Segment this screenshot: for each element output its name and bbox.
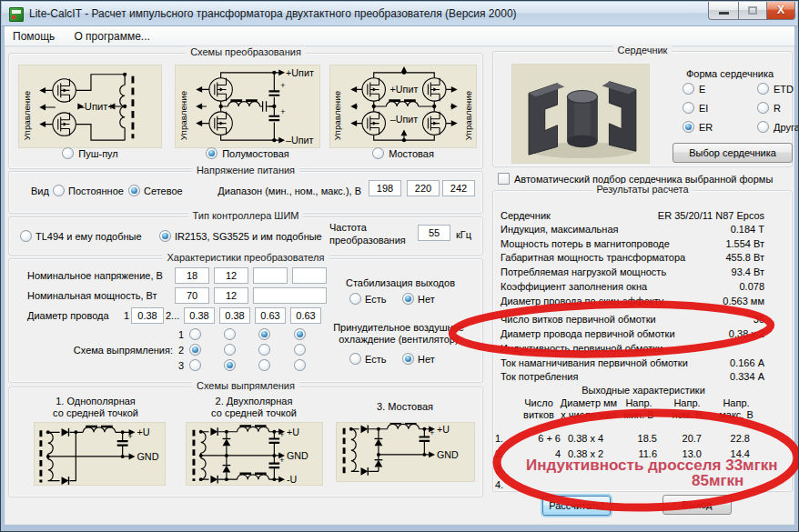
wire-input-2[interactable] (219, 307, 250, 324)
core-shape-etd-label[interactable]: ETD (774, 84, 794, 95)
pwm-tl494-radio[interactable] (20, 230, 32, 242)
cooling-no-label[interactable]: Нет (418, 354, 435, 365)
rect-r1c4-radio[interactable] (294, 328, 306, 340)
supply-nom-input[interactable] (407, 180, 440, 196)
calculate-button[interactable]: Рассчитать! (542, 496, 611, 516)
menu-about[interactable]: О программе... (66, 26, 157, 46)
output-row-index: 1. (495, 433, 503, 444)
pwm-ir2153-label[interactable]: IR2153, SG3525 и им подобные (175, 231, 322, 242)
wire-input-4[interactable] (290, 307, 321, 324)
fullbridge-control-label-right: Управление (463, 91, 473, 140)
close-button[interactable]: X (767, 2, 795, 20)
pwm-ir2153-radio[interactable] (159, 230, 171, 242)
exit-button[interactable]: Выход (662, 495, 732, 515)
voltage-input-3[interactable] (253, 267, 288, 284)
supply-range-label: Диапазон (мин., ном., макс.), В (209, 186, 361, 196)
core-shape-ei-label[interactable]: EI (699, 103, 708, 114)
stabilization-no-radio[interactable] (402, 293, 414, 305)
rect-r2c1-radio[interactable] (189, 344, 201, 356)
rect-row3-num: 3 (164, 360, 184, 371)
wire-input-3[interactable] (255, 307, 286, 324)
menu-help[interactable]: Помощь (5, 26, 63, 46)
halfbridge-radio[interactable] (206, 147, 217, 159)
core-shape-other-radio[interactable] (757, 121, 769, 133)
core-shape-e-label[interactable]: E (699, 84, 705, 95)
output-header: макс. В (718, 409, 754, 420)
core-shape-r-radio[interactable] (757, 102, 769, 114)
power-input-1[interactable] (175, 287, 209, 304)
rect-r1c2-radio[interactable] (224, 328, 236, 340)
pushpull-radio[interactable] (62, 147, 74, 159)
rect-r2c3-radio[interactable] (258, 344, 270, 356)
wire-index-2: 2... (166, 310, 179, 321)
cooling-yes-label[interactable]: Есть (365, 354, 386, 365)
supply-ac-radio[interactable] (128, 185, 140, 196)
core-shape-e-radio[interactable] (683, 83, 694, 95)
maximize-icon (748, 6, 757, 15)
core-shape-etd-radio[interactable] (757, 83, 769, 95)
rect-r2c2-radio[interactable] (224, 344, 236, 356)
power-input-2[interactable] (214, 287, 248, 304)
core-image (511, 64, 650, 164)
cooling-no-radio[interactable] (402, 353, 414, 365)
halfbridge-control-label: Управление (178, 91, 188, 140)
stabilization-yes-label[interactable]: Есть (365, 294, 386, 305)
output-header: мин. В (621, 409, 657, 420)
pushpull-option[interactable]: Пуш-пул (18, 146, 162, 160)
supply-ac-label[interactable]: Сетевое (144, 186, 183, 196)
rect-r3c4-radio[interactable] (294, 359, 306, 371)
cooling-title-line2: охлаждение (вентилятор) (323, 334, 474, 345)
supply-dc-radio[interactable] (53, 185, 65, 196)
auto-core-label[interactable]: Автоматический подбор сердечника выбранн… (514, 174, 773, 185)
stabilization-yes-radio[interactable] (349, 293, 361, 305)
maximize-button[interactable] (739, 2, 767, 20)
window-title: Lite-CalcIT - Расчет импульсного трансфо… (29, 2, 517, 26)
rect-r3c2-radio[interactable] (224, 359, 236, 371)
rect-r3c3-radio[interactable] (258, 359, 270, 371)
core-shape-r-label[interactable]: R (774, 103, 781, 114)
pwm-tl494-label[interactable]: TL494 и ему подобные (35, 231, 142, 242)
cap-plus-sign: + (279, 430, 284, 439)
auto-core-checkbox[interactable] (498, 173, 510, 185)
result-value: 0.563 мм (602, 296, 764, 306)
rect-row1-num: 1 (164, 329, 184, 340)
rect-r1c1-radio[interactable] (189, 328, 201, 340)
stabilization-title: Стабилизация выходов (328, 277, 473, 288)
core-shape-er-radio[interactable] (683, 121, 694, 133)
cooling-yes-radio[interactable] (349, 353, 361, 365)
core-shape-er-label[interactable]: ER (699, 122, 713, 133)
core-shape-label: Форма сердечника (666, 68, 794, 79)
supply-max-input[interactable] (442, 180, 475, 196)
fullbridge-option[interactable]: Мостовая (329, 146, 477, 160)
rectifier2-plus-label: +U (287, 427, 299, 437)
rect-r2c4-radio[interactable] (294, 344, 306, 356)
title-bar[interactable]: Lite-CalcIT - Расчет импульсного трансфо… (2, 2, 797, 26)
minimize-button[interactable] (708, 2, 739, 20)
core-shape-other-label[interactable]: Другая (774, 122, 799, 133)
pwm-freq-input[interactable] (418, 225, 450, 241)
stabilization-no-label[interactable]: Нет (418, 294, 435, 305)
power-input-3[interactable] (253, 287, 327, 304)
output-row-vmax: 22.8 (712, 433, 750, 444)
rect-r1c3-radio[interactable] (258, 328, 270, 340)
fullbridge-radio[interactable] (372, 147, 384, 159)
wire-input-1[interactable] (184, 307, 215, 324)
wire-primary-input[interactable] (131, 307, 164, 324)
fullbridge-vplus-label: +Uпит (390, 84, 419, 95)
supply-dc-label[interactable]: Постоянное (68, 186, 124, 196)
cap-plus-sign: + (280, 107, 285, 116)
voltage-input-4[interactable] (292, 267, 327, 284)
voltage-input-2[interactable] (214, 267, 248, 284)
voltage-input-1[interactable] (175, 267, 209, 284)
nominal-power-label: Номинальная мощность, Вт (27, 290, 157, 301)
output-row-turns: 6 + 6 (510, 433, 561, 444)
core-shape-ei-radio[interactable] (683, 102, 694, 114)
result-label: Ток потребления (501, 371, 578, 382)
pwm-controller-group: Тип контроллера ШИМ TL494 и ему подобные… (8, 216, 483, 256)
result-value: 0.38 x 2 (602, 328, 764, 339)
rect-r3c1-radio[interactable] (189, 359, 201, 371)
halfbridge-option[interactable]: Полумостовая (175, 146, 320, 160)
core-select-button[interactable]: Выбор сердечника (673, 143, 793, 163)
pushpull-supply-label: –Uпит+ (79, 101, 115, 112)
supply-min-input[interactable] (369, 180, 401, 196)
